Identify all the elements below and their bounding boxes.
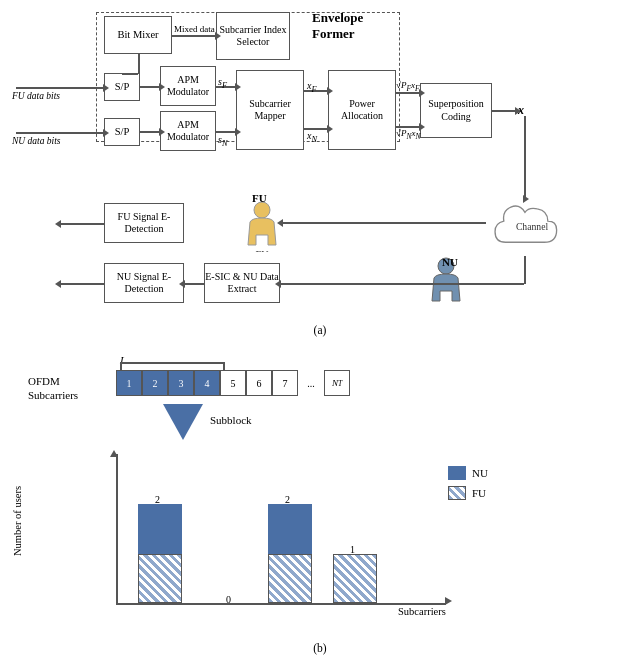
nu-detection-block: NU Signal E-Detection	[104, 263, 184, 303]
bitmixer-to-index	[172, 35, 216, 37]
cell-dots: ...	[298, 370, 324, 396]
bar4-label: 1	[350, 544, 355, 555]
svg-marker-4	[163, 404, 203, 440]
legend-nu-swatch	[448, 466, 466, 480]
nu-data-label: NU data bits	[12, 136, 61, 146]
x-axis-label: Subcarriers	[398, 606, 446, 617]
cell-6: 6	[246, 370, 272, 396]
sn-label: sN	[218, 134, 227, 148]
sqrt-pf-label: √PFxF	[396, 80, 420, 93]
fu-detection-block: FU Signal E-Detection	[104, 203, 184, 243]
y-axis-label: Number of users	[12, 476, 23, 556]
cell-1: 1	[116, 370, 142, 396]
apm-nu-block: APM Modulator	[160, 111, 216, 151]
channel-to-fu	[282, 222, 486, 224]
cell-5: 5	[220, 370, 246, 396]
fu-person: FU	[244, 200, 280, 252]
bitmixer-to-sp-h	[122, 73, 138, 75]
fu-det-output	[60, 223, 104, 225]
legend-fu-label: FU	[472, 487, 486, 499]
bar3-label: 2	[285, 494, 290, 505]
superposition-block: Superposition Coding	[420, 83, 492, 138]
subblock-label: Subblock	[210, 414, 252, 426]
nu-label: NU	[442, 256, 458, 268]
nu-det-output	[60, 283, 104, 285]
cell-4: 4	[194, 370, 220, 396]
diagram-a-caption: (a)	[8, 324, 632, 336]
apm-fu-block: APM Modulator	[160, 66, 216, 106]
cell-7: 7	[272, 370, 298, 396]
nu-data-arrow	[16, 132, 104, 134]
x-to-channel-v	[524, 116, 526, 198]
apm-nu-to-mapper	[216, 131, 236, 133]
diagram-b-caption: (b)	[8, 642, 632, 654]
x-axis	[116, 603, 446, 605]
svg-text:FU: FU	[256, 249, 270, 252]
y-axis	[116, 454, 118, 604]
sp-nu-to-apm	[140, 131, 160, 133]
cell-nt: NT	[324, 370, 350, 396]
diagram-b: OFDMSubcarriers L 1 2 3 4 5 6 7 ... NT S…	[8, 346, 632, 656]
xf-label: xF	[307, 80, 317, 94]
esic-to-nu-det	[184, 283, 204, 285]
envelope-label: EnvelopeFormer	[312, 10, 363, 43]
channel-to-nu-v	[524, 256, 526, 284]
bar2-label: 0	[226, 594, 231, 605]
bar-group-4	[333, 554, 377, 603]
legend-fu-swatch	[448, 486, 466, 500]
bar1-label: 2	[155, 494, 160, 505]
bar-group-1	[138, 504, 182, 603]
cell-3: 3	[168, 370, 194, 396]
diagram-a: EnvelopeFormer Bit Mixer Subcarrier Inde…	[8, 8, 632, 338]
fu-data-arrow	[16, 87, 104, 89]
svg-point-1	[254, 202, 270, 218]
subcarrier-mapper-block: Subcarrier Mapper	[236, 70, 304, 150]
svg-text:Channel: Channel	[516, 221, 549, 232]
channel-cloud: Channel	[488, 198, 576, 253]
legend-nu-label: NU	[472, 467, 488, 479]
subcarrier-row: 1 2 3 4 5 6 7 ... NT	[116, 370, 350, 396]
ofdm-label: OFDMSubcarriers	[28, 374, 78, 403]
mixed-data-label: Mixed data	[174, 24, 215, 34]
sp-fu-block: S/P	[104, 73, 140, 101]
legend: NU FU	[448, 466, 488, 500]
bit-mixer-block: Bit Mixer	[104, 16, 172, 54]
sf-label: sF	[218, 76, 227, 90]
esic-block: E-SIC & NU Data Extract	[204, 263, 280, 303]
super-to-x	[492, 110, 516, 112]
fu-label: FU	[252, 192, 267, 204]
cell-2: 2	[142, 370, 168, 396]
sp-nu-block: S/P	[104, 118, 140, 146]
channel-to-nu	[280, 283, 524, 285]
bar-group-3	[268, 504, 312, 603]
bitmixer-to-sp-v	[138, 54, 140, 73]
fu-data-label: FU data bits	[12, 91, 60, 101]
sp-fu-to-apm	[140, 86, 160, 88]
subblock-arrow	[163, 404, 203, 440]
xn-label: xN	[307, 130, 317, 144]
sqrt-pn-label: √PNxN	[396, 128, 420, 141]
power-alloc-block: Power Allocation	[328, 70, 396, 150]
subcarrier-index-block: Subcarrier Index Selector	[216, 12, 290, 60]
